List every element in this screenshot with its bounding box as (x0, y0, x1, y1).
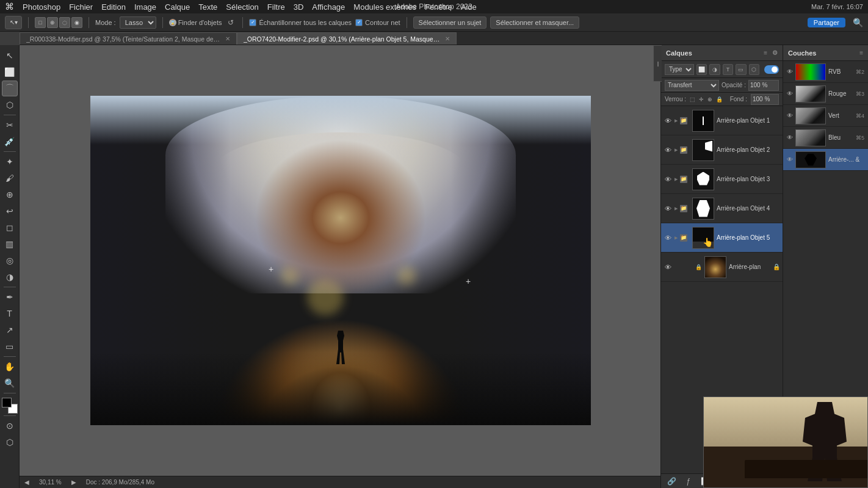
layers-panel-settings[interactable]: ⚙ (772, 49, 778, 56)
filter-smart-btn[interactable]: ⬡ (749, 64, 759, 75)
tool-quick-mask[interactable]: ⊙ (2, 418, 18, 434)
add-style-btn[interactable]: ƒ (682, 476, 695, 487)
shape-btn-3[interactable]: ◌ (59, 17, 70, 28)
panel-resize-handle[interactable]: ‖ (653, 45, 662, 82)
tool-selector[interactable]: ↖▾ (5, 16, 22, 29)
tool-move[interactable]: ↖ (2, 48, 18, 63)
layers-panel-collapse[interactable]: ≡ (764, 49, 767, 56)
tool-heal[interactable]: ✦ (2, 154, 18, 170)
echantillonner-check[interactable]: ✓ Échantillonner tous les calques (249, 19, 352, 26)
tool-marquee[interactable]: ⬜ (2, 64, 18, 80)
lock-pos-btn[interactable]: ✛ (699, 96, 704, 102)
tool-dodge[interactable]: ◑ (2, 269, 18, 285)
lock-pixel-btn[interactable]: ⬚ (690, 96, 695, 102)
shape-btn-2[interactable]: ⊕ (47, 17, 58, 28)
tool-blur[interactable]: ◎ (2, 253, 18, 268)
layer-expand-obj5[interactable]: ▶ (675, 235, 678, 240)
layer-expand-obj2[interactable]: ▶ (675, 148, 678, 152)
layer-row-obj3[interactable]: 👁 ▶ 📁 Arrière-plan Objet 3 (661, 165, 783, 194)
tool-shape[interactable]: ▭ (2, 339, 18, 354)
layer-eye-obj5[interactable]: 👁 (664, 234, 672, 242)
layer-expand-obj3[interactable]: ▶ (675, 177, 678, 182)
tab-1[interactable]: _R000338-Modifier.psd @ 37,5% (Teinte/Sa… (20, 32, 237, 45)
channel-row-blue[interactable]: 👁 Bleu ⌘5 (783, 127, 868, 149)
tool-lasso[interactable]: ⌒ (2, 81, 18, 96)
layer-row-bg[interactable]: 👁 🔒 Arrière-plan 🔒 (661, 253, 783, 282)
channel-eye-rgb[interactable]: 👁 (787, 68, 793, 75)
filter-toggle[interactable] (764, 65, 779, 74)
apple-menu-icon[interactable]: ⌘ (5, 1, 14, 12)
layer-expand-obj1[interactable]: ▶ (675, 118, 678, 123)
channel-eye-green[interactable]: 👁 (787, 112, 793, 119)
layer-row-obj5[interactable]: 👁 ▶ 📁 👆 Arrière-plan Objet 5 (661, 223, 783, 253)
tool-type[interactable]: T (2, 306, 18, 321)
tool-eraser[interactable]: ◻ (2, 220, 18, 235)
tool-brush[interactable]: 🖌 (2, 170, 18, 186)
share-button[interactable]: Partager (808, 18, 845, 27)
layer-row-obj1[interactable]: 👁 ▶ 📁 Arrière-plan Objet 1 (661, 106, 783, 135)
canvas-image[interactable]: + + (90, 96, 591, 425)
tool-crop[interactable]: ✂ (2, 117, 18, 133)
menu-filtre[interactable]: Filtre (267, 2, 285, 12)
blend-mode-select[interactable]: Transfert (665, 80, 719, 91)
tool-quick-select[interactable]: ⬡ (2, 97, 18, 113)
layer-row-obj4[interactable]: 👁 ▶ 📁 Arrière-plan Objet 4 (661, 194, 783, 223)
opacity-input[interactable] (748, 80, 779, 91)
tool-screen-mode[interactable]: ⬡ (2, 434, 18, 450)
tab-2[interactable]: _ORO7420-Modifier-2.psd @ 30,1% (Arrière… (237, 32, 457, 45)
channel-row-mask[interactable]: 👁 Arrière-... & (783, 149, 868, 171)
filter-type-select[interactable]: Type (665, 64, 694, 75)
menu-photoshop[interactable]: Photoshop (23, 2, 60, 12)
layer-eye-obj3[interactable]: 👁 (664, 176, 672, 183)
menu-calque[interactable]: Calque (165, 2, 190, 12)
fill-input[interactable] (751, 94, 779, 105)
menu-affichage[interactable]: Affichage (312, 2, 345, 12)
shape-btn-1[interactable]: □ (35, 17, 46, 28)
color-selector[interactable] (2, 398, 18, 414)
menu-image[interactable]: Image (134, 2, 156, 12)
filter-adjust-btn[interactable]: ◑ (709, 64, 720, 75)
channels-settings[interactable]: ≡ (859, 49, 863, 56)
tool-eyedropper[interactable]: 💉 (2, 134, 18, 149)
tool-gradient[interactable]: ▥ (2, 236, 18, 252)
menu-edition[interactable]: Edition (101, 2, 126, 12)
mode-select[interactable]: Lasso (120, 16, 156, 29)
tool-path[interactable]: ↗ (2, 322, 18, 338)
filter-shape-btn[interactable]: ▭ (736, 64, 746, 75)
layer-expand-obj4[interactable]: ▶ (675, 206, 678, 211)
tool-clone[interactable]: ⊕ (2, 187, 18, 203)
foreground-color[interactable] (2, 398, 12, 407)
menu-fichier[interactable]: Fichier (69, 2, 93, 12)
lock-move-btn[interactable]: ⊕ (707, 96, 712, 102)
tool-zoom[interactable]: 🔍 (2, 375, 18, 391)
channel-eye-red[interactable]: 👁 (787, 90, 793, 97)
selectionner-sujet-btn[interactable]: Sélectionner un sujet (413, 16, 487, 29)
menu-texte[interactable]: Texte (198, 2, 217, 12)
menu-selection[interactable]: Sélection (226, 2, 258, 12)
tool-hand[interactable]: ✋ (2, 359, 18, 375)
layer-eye-obj4[interactable]: 👁 (664, 205, 672, 212)
layer-eye-obj1[interactable]: 👁 (664, 117, 672, 124)
channel-row-red[interactable]: 👁 Rouge ⌘3 (783, 83, 868, 105)
shape-btn-4[interactable]: ◉ (71, 17, 82, 28)
finder-objects-btn[interactable]: ⌛ Finder d'objets (169, 19, 222, 26)
selectionner-masquer-btn[interactable]: Sélectionner et masquer... (490, 16, 579, 29)
layer-row-obj2[interactable]: 👁 ▶ 📁 Arrière-plan Objet 2 (661, 135, 783, 165)
channel-row-rgb[interactable]: 👁 RVB ⌘2 (783, 61, 868, 83)
lock-all-btn[interactable]: 🔒 (716, 96, 723, 102)
filter-pixel-btn[interactable]: ⬜ (696, 64, 707, 75)
tab-1-close[interactable]: ✕ (225, 35, 230, 42)
channel-row-green[interactable]: 👁 Vert ⌘4 (783, 105, 868, 127)
layer-eye-bg[interactable]: 👁 (664, 264, 672, 271)
tab-2-close[interactable]: ✕ (445, 35, 450, 42)
refresh-icon[interactable]: ↺ (225, 17, 236, 28)
tool-pen[interactable]: ✒ (2, 289, 18, 305)
channel-eye-mask[interactable]: 👁 (787, 156, 793, 163)
layer-eye-obj2[interactable]: 👁 (664, 146, 672, 154)
filter-text-btn[interactable]: T (723, 64, 733, 75)
canvas-nav-right[interactable]: ▶ (71, 479, 76, 486)
search-icon[interactable]: 🔍 (853, 18, 863, 27)
menu-3d[interactable]: 3D (294, 2, 304, 12)
canvas-nav-left[interactable]: ◀ (24, 479, 29, 486)
add-link-btn[interactable]: 🔗 (666, 476, 678, 487)
